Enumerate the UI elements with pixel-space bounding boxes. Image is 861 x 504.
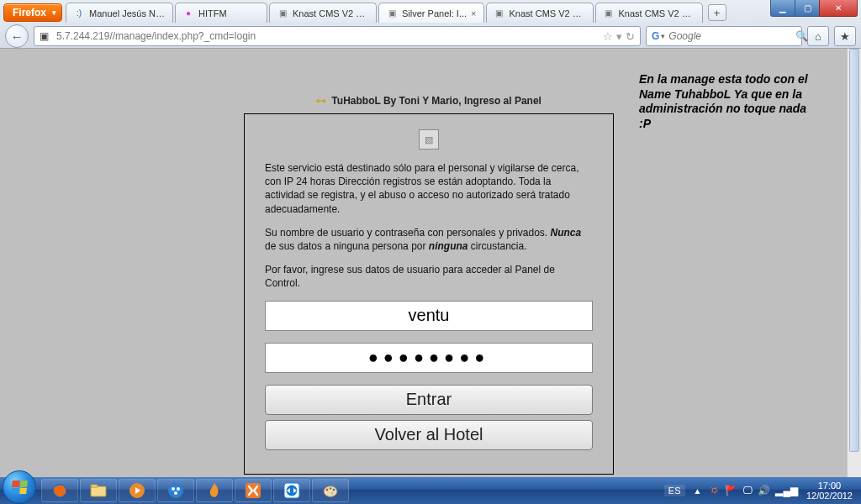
windows-taskbar: ES ▲ ⛭ 🚩 🖵 🔊 ▂▄▆ 17:00 12/02/2012 [0,477,861,504]
taskbar-pinned-apps [41,479,349,502]
browser-tab[interactable]: ●HITFM [175,3,267,23]
back-to-hotel-button[interactable]: Volver al Hotel [265,420,593,450]
tab-favicon-icon: ▣ [277,8,288,19]
window-controls: ▁ ▢ ✕ [771,0,858,17]
tab-favicon-icon: ▣ [494,8,505,19]
language-indicator[interactable]: ES [664,485,685,496]
taskbar-explorer[interactable] [80,479,117,502]
taskbar-clock[interactable]: 17:00 12/02/2012 [806,480,853,501]
new-tab-button[interactable]: + [708,4,726,21]
notice-paragraph-2: Su nombre de usuario y contraseña con pe… [265,226,593,253]
svg-point-17 [333,489,335,491]
search-input[interactable] [668,30,795,42]
clock-date: 12/02/2012 [806,491,853,501]
notice-paragraph-1: Este servicio está destinado sólo para e… [265,161,593,216]
tab-label: Knast CMS V2 Ex... [293,8,369,18]
reload-icon[interactable]: ↻ [626,30,635,43]
broken-image-icon: ▧ [419,129,439,150]
start-button[interactable] [3,470,36,504]
browser-tab[interactable]: ▣Knast CMS V2 Ex... [269,3,377,23]
system-tray: ES ▲ ⛭ 🚩 🖵 🔊 ▂▄▆ 17:00 12/02/2012 [664,480,861,501]
taskbar-paint[interactable] [312,479,349,502]
taskbar-teamviewer[interactable] [273,479,310,502]
username-field[interactable] [265,301,593,331]
browser-tab[interactable]: :)Manuel Jesús Nú... [66,3,173,23]
svg-point-18 [331,492,334,495]
window-minimize-button[interactable]: ▁ [770,0,795,17]
url-input[interactable] [56,30,600,42]
svg-point-8 [174,491,177,495]
tab-label: Knast CMS V2 Ex... [619,8,695,18]
window-close-button[interactable]: ✕ [819,0,858,17]
tray-network-icon[interactable]: 🖵 [742,485,753,496]
taskbar-mediaplayer[interactable] [119,479,156,502]
svg-point-6 [172,487,175,491]
login-panel: ▧ Este servicio está destinado sólo para… [244,113,614,475]
login-panel-container: ⊶ TuHabboL By Toni Y Mario, Ingreso al P… [244,95,614,475]
search-bar[interactable]: G ▾ 🔍 [646,26,802,46]
tab-strip: Firefox :)Manuel Jesús Nú...●HITFM▣Knast… [0,0,861,24]
svg-point-16 [330,487,332,490]
firefox-menu-button[interactable]: Firefox [3,3,62,22]
navigation-toolbar: ← ▣ ☆ ▾ ↻ G ▾ 🔍 ⌂ ★ [0,24,861,49]
tab-favicon-icon: ● [182,8,194,19]
taskbar-xampp[interactable] [235,479,272,502]
password-field[interactable] [265,343,593,373]
taskbar-app-blue[interactable] [157,479,194,502]
bookmarks-button[interactable]: ★ [834,26,856,46]
svg-point-7 [177,487,180,491]
firefox-label: Firefox [13,7,46,18]
site-identity-icon: ▣ [40,30,51,42]
vertical-scrollbar[interactable] [847,49,861,477]
browser-tab[interactable]: ▣Knast CMS V2 Ex... [486,3,594,23]
google-icon: G [652,30,659,42]
browser-tab[interactable]: ▣Silver Panel: I...× [378,3,483,23]
panel-heading: ⊶ TuHabboL By Toni Y Mario, Ingreso al P… [244,95,614,107]
tab-label: Silver Panel: I... [402,8,467,18]
tab-favicon-icon: :) [73,8,85,19]
page-viewport: En la manage esta todo con el Name Tuhab… [0,49,861,477]
notice-paragraph-3: Por favor, ingrese sus datos de usuario … [265,263,593,290]
svg-rect-2 [91,485,98,487]
login-button[interactable]: Entrar [265,385,593,415]
tray-xampp-icon[interactable]: ⛭ [710,485,720,496]
dropdown-icon[interactable]: ▾ [616,30,622,43]
feed-icon[interactable]: ☆ [603,30,613,43]
panel-title-text: TuHabboL By Toni Y Mario, Ingreso al Pan… [331,95,541,107]
taskbar-firefox[interactable] [41,479,78,502]
tray-wifi-icon[interactable]: ▂▄▆ [775,485,798,496]
tab-favicon-icon: ▣ [386,8,398,19]
back-button[interactable]: ← [5,24,29,48]
home-button[interactable]: ⌂ [807,26,829,46]
annotation-note: En la manage esta todo con el Name Tuhab… [639,72,816,131]
key-icon: ⊶ [316,95,325,107]
window-maximize-button[interactable]: ▢ [795,0,820,17]
taskbar-app-flame[interactable] [196,479,233,502]
browser-chrome: ▁ ▢ ✕ Firefox :)Manuel Jesús Nú...●HITFM… [0,0,861,49]
tray-volume-icon[interactable]: 🔊 [758,485,770,496]
tab-label: HITFM [198,8,260,18]
windows-logo-icon [11,480,28,494]
tab-label: Manuel Jesús Nú... [89,8,166,18]
browser-tab[interactable]: ▣Knast CMS V2 Ex... [595,3,703,23]
tray-overflow-button[interactable]: ▲ [694,486,702,496]
tab-close-button[interactable]: × [471,8,476,18]
tab-favicon-icon: ▣ [603,8,615,19]
tab-label: Knast CMS V2 Ex... [510,8,586,18]
url-bar[interactable]: ▣ ☆ ▾ ↻ [34,26,641,46]
tray-icons: ⛭ 🚩 🖵 🔊 ▂▄▆ [710,485,798,496]
svg-point-15 [326,489,329,491]
search-dropdown-icon[interactable]: ▾ [661,32,665,40]
svg-point-5 [168,483,183,498]
tray-flag-icon[interactable]: 🚩 [725,485,737,496]
scrollbar-thumb[interactable] [849,49,859,452]
clock-time: 17:00 [806,480,853,491]
svg-rect-1 [91,486,106,496]
